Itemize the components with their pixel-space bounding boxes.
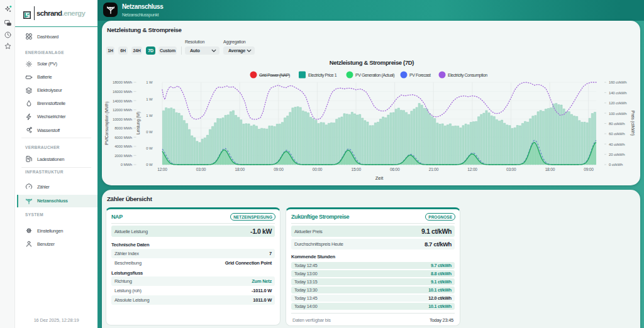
svg-text:140 ct/kWh: 140 ct/kWh — [609, 91, 627, 95]
svg-text:12000 MWh: 12000 MWh — [113, 108, 132, 112]
svg-text:1 W: 1 W — [146, 114, 153, 118]
svg-text:0 W: 0 W — [146, 146, 153, 150]
svg-text:40 ct/kWh: 40 ct/kWh — [609, 143, 625, 146]
svg-text:100 ct/kWh: 100 ct/kWh — [609, 112, 627, 116]
svg-text:18:00: 18:00 — [235, 167, 245, 172]
svg-text:18:00: 18:00 — [545, 167, 555, 172]
svg-text:60 ct/kWh: 60 ct/kWh — [609, 132, 625, 136]
svg-text:PV Generation (Actual): PV Generation (Actual) — [355, 73, 394, 78]
svg-text:PV Forecast: PV Forecast — [409, 73, 431, 77]
svg-text:0 ct/kWh: 0 ct/kWh — [609, 163, 623, 167]
svg-text:Grid Power (NAP): Grid Power (NAP) — [259, 73, 290, 78]
svg-text:03:00: 03:00 — [196, 167, 206, 172]
svg-text:Leistung (W): Leistung (W) — [136, 112, 141, 134]
svg-text:Electricity Price 1: Electricity Price 1 — [308, 73, 337, 78]
svg-text:8000 MWh: 8000 MWh — [114, 126, 132, 130]
svg-text:PV/Consumption (MWh): PV/Consumption (MWh) — [104, 101, 109, 145]
svg-text:4000 MWh: 4000 MWh — [114, 145, 132, 148]
svg-text:0 MWh: 0 MWh — [121, 163, 132, 167]
svg-text:03:00: 03:00 — [506, 167, 516, 172]
svg-text:14000 MWh: 14000 MWh — [113, 99, 132, 103]
svg-text:0 W: 0 W — [146, 130, 153, 134]
svg-text:18000 MWh: 18000 MWh — [113, 80, 132, 84]
svg-text:09:00: 09:00 — [274, 167, 284, 172]
svg-text:80 ct/kWh: 80 ct/kWh — [609, 122, 625, 126]
svg-text:21:00: 21:00 — [429, 167, 439, 172]
svg-text:Netzleistung & Strompreise (7D: Netzleistung & Strompreise (7D) — [330, 59, 414, 66]
svg-text:160 ct/kWh: 160 ct/kWh — [609, 80, 627, 84]
svg-text:1 W: 1 W — [146, 80, 153, 84]
svg-text:12:00: 12:00 — [467, 167, 477, 172]
svg-text:120 ct/kWh: 120 ct/kWh — [609, 101, 627, 105]
svg-text:16000 MWh: 16000 MWh — [113, 90, 132, 94]
svg-text:2000 MWh: 2000 MWh — [114, 154, 132, 158]
svg-text:Preis (ct/kWh): Preis (ct/kWh) — [630, 111, 635, 136]
svg-text:15:00: 15:00 — [351, 167, 361, 172]
svg-text:6000 MWh: 6000 MWh — [114, 136, 132, 139]
svg-text:00:00: 00:00 — [313, 167, 323, 172]
svg-text:Electricity Consumption: Electricity Consumption — [448, 73, 487, 78]
svg-text:06:00: 06:00 — [390, 167, 400, 172]
svg-text:20 ct/kWh: 20 ct/kWh — [609, 153, 625, 156]
svg-text:1 W: 1 W — [146, 97, 153, 101]
svg-text:Zeit: Zeit — [375, 175, 384, 181]
svg-text:10000 MWh: 10000 MWh — [113, 118, 132, 121]
svg-text:12:00: 12:00 — [157, 167, 167, 172]
svg-text:0 W: 0 W — [146, 163, 153, 167]
svg-text:09:00: 09:00 — [584, 167, 594, 172]
